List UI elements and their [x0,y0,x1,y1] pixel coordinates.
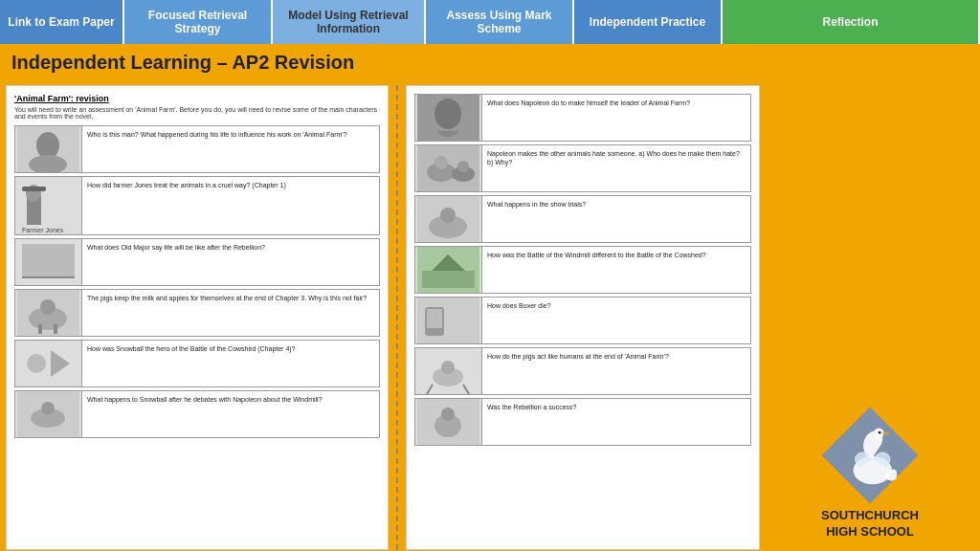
ws2-img-4 [415,247,482,293]
nav-label-assess-mark: Assess Using Mark Scheme [434,9,565,36]
ws2-img-2 [415,145,482,191]
nav-link-exam[interactable]: Link to Exam Paper [0,0,124,44]
svg-point-17 [27,354,46,373]
ws2-text-2: Napoleon makes the other animals hate so… [482,145,750,191]
school-name: SOUTHCHURCH HIGH SCHOOL [821,508,919,540]
ws1-text-4: The pigs keep the milk and apples for th… [82,290,379,336]
ws1-img-5 [15,341,82,386]
ws1-row-4: The pigs keep the milk and apples for th… [14,289,380,337]
ws2-row-5: How does Boxer die? [414,297,751,344]
nav-label-independent-practice: Independent Practice [590,15,705,29]
svg-rect-38 [427,309,442,328]
nav-focused-retrieval[interactable]: Focused Retrieval Strategy [124,0,273,44]
nav-model-retrieval[interactable]: Model Using Retrieval Information [273,0,426,44]
navigation-bar: Link to Exam Paper Focused Retrieval Str… [0,0,980,44]
nav-label-focused-retrieval: Focused Retrieval Strategy [132,9,263,36]
nav-label-model-retrieval: Model Using Retrieval Information [280,9,416,36]
worksheet-1-subtitle: You will need to write an assessment on … [14,106,380,120]
page-title: Independent Learning – AP2 Revision [0,44,980,81]
ws2-img-6 [415,348,482,394]
worksheet-2: What does Napoleon do to make himself th… [406,85,760,550]
ws1-img-1 [15,126,82,172]
svg-point-1 [36,132,59,159]
svg-point-51 [879,431,881,434]
ws2-text-7: Was the Rebellion a success? [482,399,750,445]
ws1-row-2: Farmer Jones How did farmer Jones treat … [14,176,380,235]
svg-rect-16 [17,341,79,386]
nav-assess-mark[interactable]: Assess Using Mark Scheme [426,0,574,44]
svg-rect-6 [22,187,46,191]
svg-point-26 [434,156,448,169]
ws1-text-3: What does Old Major say life will be lik… [82,239,379,285]
svg-point-31 [440,208,456,223]
ws1-img-4 [15,290,82,336]
ws2-img-1 [415,95,482,141]
ws1-img-3 [15,239,82,285]
ws1-img-2: Farmer Jones [15,177,82,234]
ws2-text-6: How do the pigs act like humans at the e… [482,348,750,394]
nav-reflection[interactable]: Reflection [723,0,980,44]
ws2-text-5: How does Boxer die? [482,298,750,343]
ws1-text-2: How did farmer Jones treat the animals i… [82,177,379,234]
svg-point-23 [434,99,461,129]
main-content: 'Animal Farm': revision You will need to… [0,81,980,551]
ws2-row-7: Was the Rebellion a success? [414,398,751,446]
logo-area: SOUTHCHURCH HIGH SCHOOL [766,85,974,550]
svg-point-21 [41,402,55,415]
ws1-text-6: What happens to Snowball after he debate… [82,391,379,437]
ws1-row-5: How was Snowball the hero of the Battle … [14,340,380,387]
ws1-text-5: How was Snowball the hero of the Battle … [82,341,379,386]
svg-point-41 [441,361,455,374]
worksheet-1: 'Animal Farm': revision You will need to… [6,85,389,550]
svg-point-28 [457,161,469,172]
nav-label-link-exam: Link to Exam Paper [8,15,114,29]
svg-text:Farmer Jones: Farmer Jones [22,227,64,233]
ws2-row-2: Napoleon makes the other animals hate so… [414,144,751,192]
ws2-row-3: What happens in the show trials? [414,195,751,243]
ws2-img-5 [415,298,482,343]
ws1-row-1: Who is this man? What happened during hi… [14,125,380,173]
svg-rect-3 [17,177,79,234]
svg-rect-9 [22,244,75,277]
nav-independent-practice[interactable]: Independent Practice [574,0,723,44]
ws1-row-6: What happens to Snowball after he debate… [14,390,380,438]
ws2-text-4: How was the Battle of the Windmill diffe… [482,247,750,293]
svg-rect-33 [422,271,475,288]
dashed-separator [396,85,398,550]
svg-point-13 [40,299,56,315]
svg-point-46 [441,408,455,421]
ws1-row-3: What does Old Major say life will be lik… [14,238,380,286]
ws2-img-7 [415,399,482,445]
ws2-row-4: How was the Battle of the Windmill diffe… [414,246,751,294]
ws1-img-6 [15,391,82,437]
worksheet-1-title: 'Animal Farm': revision [14,94,380,103]
ws2-text-1: What does Napoleon do to make himself th… [482,95,750,141]
svg-rect-14 [38,324,42,334]
ws2-row-1: What does Napoleon do to make himself th… [414,94,751,142]
ws1-text-1: Who is this man? What happened during hi… [82,126,379,172]
svg-rect-15 [54,324,57,334]
school-logo [817,403,923,508]
ws2-img-3 [415,196,482,242]
ws2-text-3: What happens in the show trials? [482,196,750,242]
ws2-row-6: How do the pigs act like humans at the e… [414,347,751,395]
nav-label-reflection: Reflection [822,15,878,29]
